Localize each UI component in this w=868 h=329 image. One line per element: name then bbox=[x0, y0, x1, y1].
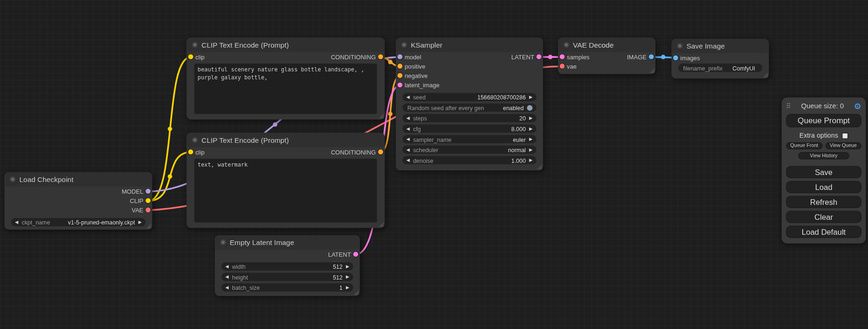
next-arrow-icon[interactable]: ▶ bbox=[529, 137, 532, 141]
settings-gear-icon[interactable]: ⚙ bbox=[854, 101, 861, 111]
widget-width[interactable]: ◀ width 512 ▶ bbox=[221, 262, 353, 271]
increment-arrow-icon[interactable]: ▶ bbox=[346, 264, 349, 268]
output-port-conditioning[interactable] bbox=[378, 149, 383, 154]
node-clip-text-encode-positive[interactable]: CLIP Text Encode (Prompt) clip CONDITION… bbox=[187, 38, 385, 119]
input-port-clip[interactable] bbox=[188, 149, 193, 154]
widget-label: batch_size bbox=[232, 284, 260, 291]
node-title-bar[interactable]: CLIP Text Encode (Prompt) bbox=[187, 133, 385, 147]
node-status-dot-icon[interactable] bbox=[677, 43, 683, 49]
output-port-latent[interactable] bbox=[536, 54, 542, 59]
decrement-arrow-icon[interactable]: ◀ bbox=[406, 158, 409, 162]
node-status-dot-icon[interactable] bbox=[10, 176, 15, 182]
load-button[interactable]: Load bbox=[786, 181, 861, 193]
decrement-arrow-icon[interactable]: ◀ bbox=[226, 264, 229, 268]
widget-height[interactable]: ◀ height 512 ▶ bbox=[221, 273, 353, 281]
widget-steps[interactable]: ◀ steps 20 ▶ bbox=[402, 114, 536, 122]
positive-prompt-textarea[interactable]: beautiful scenery nature glass bottle la… bbox=[194, 63, 377, 114]
widget-seed[interactable]: ◀ seed 156680208700286 ▶ bbox=[402, 93, 536, 101]
output-port-vae[interactable] bbox=[146, 208, 151, 213]
node-empty-latent-image[interactable]: Empty Latent Image LATENT ◀ width 512 ▶ … bbox=[215, 235, 360, 296]
prev-arrow-icon[interactable]: ◀ bbox=[406, 137, 409, 141]
input-label-negative: negative bbox=[405, 72, 428, 79]
node-status-dot-icon[interactable] bbox=[402, 42, 407, 48]
increment-arrow-icon[interactable]: ▶ bbox=[346, 275, 349, 279]
node-ksampler[interactable]: KSampler model LATENT positive negative … bbox=[396, 38, 543, 171]
view-history-button[interactable]: View History bbox=[798, 152, 849, 159]
input-port-latent-image[interactable] bbox=[397, 83, 402, 88]
output-port-model[interactable] bbox=[146, 189, 151, 194]
slot-row: CLIP bbox=[4, 196, 152, 205]
node-title-bar[interactable]: Empty Latent Image bbox=[215, 235, 360, 250]
save-button[interactable]: Save bbox=[786, 166, 861, 178]
output-port-conditioning[interactable] bbox=[378, 54, 383, 59]
view-queue-button[interactable]: View Queue bbox=[825, 142, 861, 149]
increment-arrow-icon[interactable]: ▶ bbox=[529, 116, 532, 120]
node-title-bar[interactable]: Load Checkpoint bbox=[4, 172, 152, 187]
node-status-dot-icon[interactable] bbox=[192, 42, 198, 48]
increment-arrow-icon[interactable]: ▶ bbox=[346, 285, 349, 289]
node-status-dot-icon[interactable] bbox=[192, 137, 198, 143]
node-status-dot-icon[interactable] bbox=[564, 42, 569, 48]
node-title-bar[interactable]: CLIP Text Encode (Prompt) bbox=[187, 38, 385, 52]
extra-options-checkbox[interactable] bbox=[842, 133, 848, 139]
input-port-samples[interactable] bbox=[560, 54, 565, 59]
queue-front-button[interactable]: Queue Front bbox=[786, 142, 823, 149]
prev-arrow-icon[interactable]: ◀ bbox=[406, 147, 409, 152]
input-port-positive[interactable] bbox=[397, 63, 402, 69]
node-status-dot-icon[interactable] bbox=[220, 239, 226, 245]
widget-value: normal bbox=[438, 147, 526, 153]
increment-arrow-icon[interactable]: ▶ bbox=[529, 95, 532, 99]
slot-row: clip CONDITIONING bbox=[187, 147, 385, 156]
node-title-bar[interactable]: VAE Decode bbox=[558, 38, 656, 52]
output-port-latent[interactable] bbox=[353, 252, 358, 257]
input-label-clip: clip bbox=[196, 148, 205, 155]
input-port-images[interactable] bbox=[673, 56, 678, 61]
widget-cfg[interactable]: ◀ cfg 8.000 ▶ bbox=[402, 125, 536, 133]
decrement-arrow-icon[interactable]: ◀ bbox=[406, 116, 409, 120]
widget-label: filename_prefix bbox=[683, 64, 722, 71]
refresh-button[interactable]: Refresh bbox=[786, 196, 861, 208]
node-save-image[interactable]: Save Image images filename_prefix ComfyU… bbox=[671, 39, 769, 78]
drag-handle-icon[interactable]: ⠿ bbox=[786, 102, 791, 110]
widget-batch-size[interactable]: ◀ batch_size 1 ▶ bbox=[221, 283, 353, 292]
widget-value: 512 bbox=[246, 263, 343, 270]
increment-arrow-icon[interactable]: ▶ bbox=[529, 158, 532, 162]
node-vae-decode[interactable]: VAE Decode samples IMAGE vae bbox=[558, 38, 656, 74]
node-title-bar[interactable]: KSampler bbox=[396, 38, 543, 52]
node-clip-text-encode-negative[interactable]: CLIP Text Encode (Prompt) clip CONDITION… bbox=[187, 133, 385, 228]
widget-random-seed-toggle[interactable]: Random seed after every gen enabled bbox=[402, 104, 536, 112]
input-port-negative[interactable] bbox=[397, 73, 402, 78]
decrement-arrow-icon[interactable]: ◀ bbox=[406, 126, 409, 131]
comfy-menu-panel[interactable]: ⠿ Queue size: 0 ⚙ Queue Prompt Extra opt… bbox=[782, 98, 866, 244]
widget-value: v1-5-pruned-emaonly.ckpt bbox=[50, 219, 135, 225]
node-load-checkpoint[interactable]: Load Checkpoint MODEL CLIP VAE ◀ ckpt_na… bbox=[4, 172, 152, 230]
increment-arrow-icon[interactable]: ▶ bbox=[529, 126, 532, 131]
widget-sampler-name[interactable]: ◀ sampler_name euler ▶ bbox=[402, 135, 536, 143]
widget-denoise[interactable]: ◀ denoise 1.000 ▶ bbox=[402, 156, 536, 164]
decrement-arrow-icon[interactable]: ◀ bbox=[226, 285, 229, 289]
load-default-button[interactable]: Load Default bbox=[786, 226, 861, 238]
widget-label: Random seed after every gen bbox=[408, 104, 484, 111]
node-graph-canvas[interactable]: Load Checkpoint MODEL CLIP VAE ◀ ckpt_na… bbox=[0, 0, 868, 329]
widget-scheduler[interactable]: ◀ scheduler normal ▶ bbox=[402, 146, 536, 154]
decrement-arrow-icon[interactable]: ◀ bbox=[226, 275, 229, 279]
node-title-bar[interactable]: Save Image bbox=[671, 39, 769, 53]
negative-prompt-textarea[interactable]: text, watermark bbox=[194, 159, 377, 222]
next-arrow-icon[interactable]: ▶ bbox=[529, 147, 532, 152]
node-title: CLIP Text Encode (Prompt) bbox=[202, 41, 289, 49]
input-port-vae[interactable] bbox=[560, 63, 565, 69]
output-port-clip[interactable] bbox=[146, 198, 151, 203]
node-title: VAE Decode bbox=[573, 41, 614, 49]
widget-filename-prefix[interactable]: filename_prefix ComfyUI bbox=[678, 63, 762, 72]
input-port-clip[interactable] bbox=[188, 54, 193, 59]
decrement-arrow-icon[interactable]: ◀ bbox=[406, 95, 409, 99]
input-port-model[interactable] bbox=[397, 54, 402, 59]
widget-value: 512 bbox=[248, 273, 343, 280]
queue-prompt-button[interactable]: Queue Prompt bbox=[786, 114, 861, 127]
widget-ckpt-name[interactable]: ◀ ckpt_name v1-5-pruned-emaonly.ckpt ▶ bbox=[11, 218, 146, 226]
clear-button[interactable]: Clear bbox=[786, 211, 861, 223]
toggle-knob[interactable] bbox=[527, 105, 533, 111]
next-arrow-icon[interactable]: ▶ bbox=[138, 220, 141, 224]
output-port-image[interactable] bbox=[649, 54, 654, 59]
prev-arrow-icon[interactable]: ◀ bbox=[15, 220, 18, 224]
